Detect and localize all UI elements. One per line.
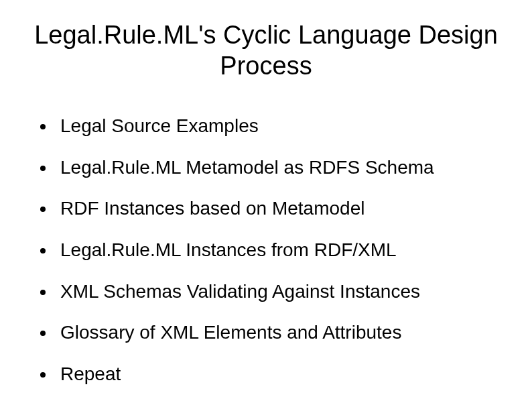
list-item: Legal.Rule.ML Metamodel as RDFS Schema	[40, 156, 505, 179]
bullet-icon	[40, 248, 46, 253]
list-item: Repeat	[40, 363, 505, 386]
list-item: Legal.Rule.ML Instances from RDF/XML	[40, 239, 505, 262]
bullet-list: Legal Source Examples Legal.Rule.ML Meta…	[27, 115, 505, 385]
bullet-text: Legal Source Examples	[60, 115, 505, 137]
bullet-text: RDF Instances based on Metamodel	[60, 197, 505, 220]
bullet-text: Legal.Rule.ML Metamodel as RDFS Schema	[60, 156, 505, 179]
bullet-text: XML Schemas Validating Against Instances	[60, 280, 505, 303]
bullet-icon	[40, 290, 46, 295]
list-item: RDF Instances based on Metamodel	[40, 197, 505, 220]
bullet-text: Glossary of XML Elements and Attributes	[60, 321, 505, 344]
bullet-icon	[40, 331, 46, 336]
bullet-text: Repeat	[60, 363, 505, 386]
list-item: Glossary of XML Elements and Attributes	[40, 321, 505, 344]
bullet-icon	[40, 124, 46, 129]
slide-title: Legal.Rule.ML's Cyclic Language Design P…	[27, 20, 505, 81]
list-item: Legal Source Examples	[40, 115, 505, 137]
bullet-icon	[40, 207, 46, 212]
bullet-text: Legal.Rule.ML Instances from RDF/XML	[60, 239, 505, 262]
list-item: XML Schemas Validating Against Instances	[40, 280, 505, 303]
bullet-icon	[40, 372, 46, 378]
bullet-icon	[40, 166, 46, 171]
